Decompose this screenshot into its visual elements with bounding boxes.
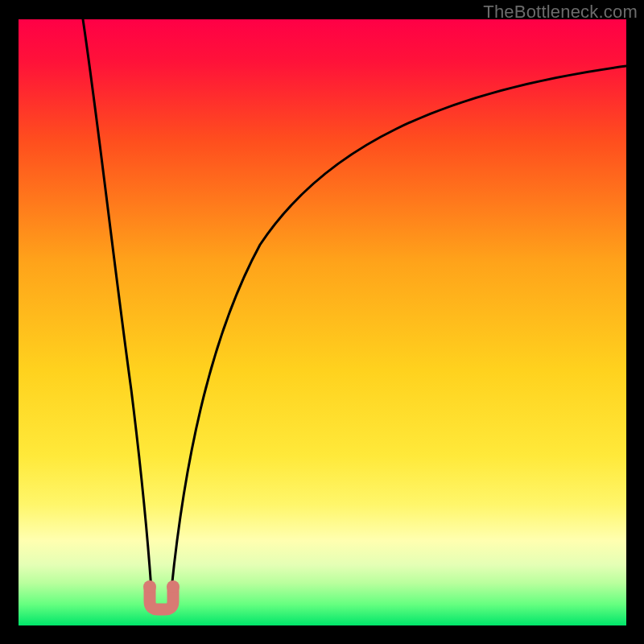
valley-marker-cap-left [143,580,156,593]
bottleneck-curve-plot [19,19,626,625]
valley-marker-cap-right [167,580,180,593]
watermark-text: TheBottleneck.com [483,2,638,23]
gradient-background [19,19,626,625]
chart-frame: TheBottleneck.com [0,0,644,644]
